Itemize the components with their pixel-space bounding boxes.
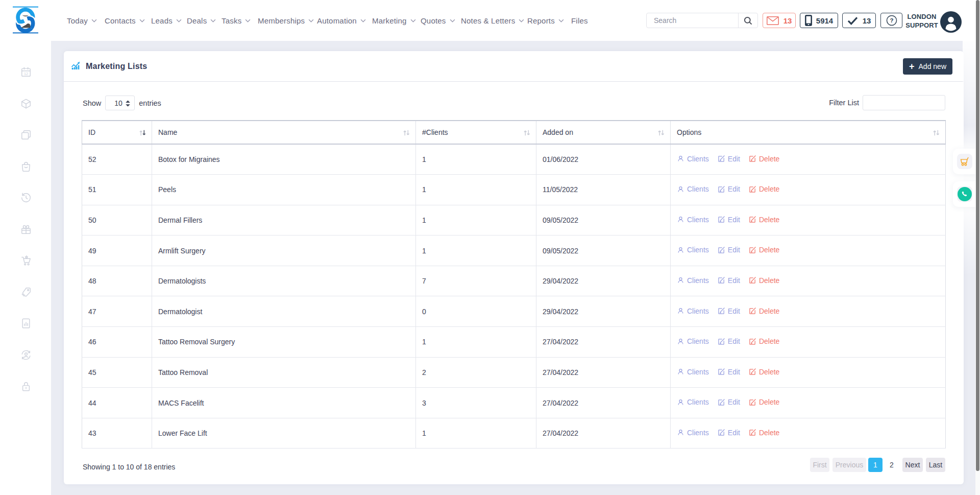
svg-text:?: ?: [890, 17, 893, 23]
svg-text:12: 12: [24, 72, 28, 76]
